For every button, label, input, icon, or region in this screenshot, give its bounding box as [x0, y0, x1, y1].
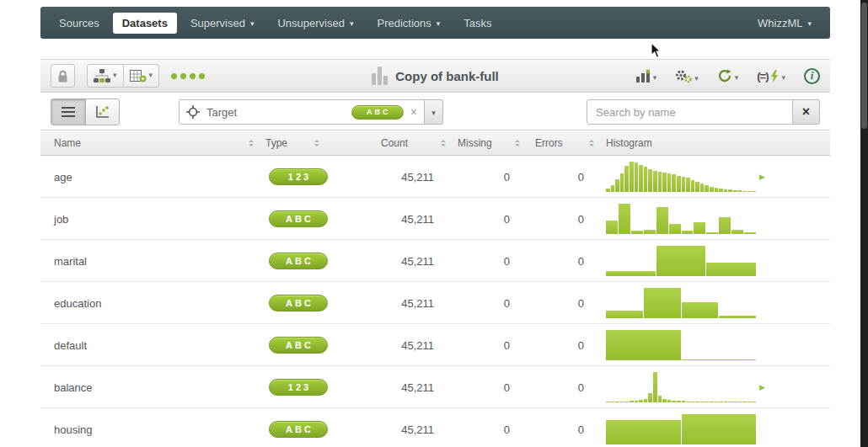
dataset-config-dropdown[interactable]: ▾ — [124, 64, 160, 88]
field-errors: 0 — [532, 255, 606, 268]
histogram-cell[interactable] — [606, 198, 830, 240]
scrollbar[interactable] — [860, 0, 868, 447]
gears-icon — [675, 69, 692, 83]
histogram-bar — [728, 189, 732, 192]
histogram — [606, 246, 756, 276]
nav-predictions[interactable]: Predictions▾ — [367, 12, 451, 35]
table-row[interactable]: education ABC 45,211 0 0 — [40, 282, 830, 324]
scatterplot-view-button[interactable] — [85, 99, 119, 125]
sort-icon[interactable] — [249, 137, 254, 149]
target-dropdown-button[interactable]: ▾ — [425, 99, 443, 125]
clear-search-button[interactable]: × — [793, 99, 820, 125]
clear-target-icon[interactable]: × — [410, 106, 417, 118]
histogram-bar — [644, 230, 656, 234]
list-view-button[interactable] — [51, 99, 85, 125]
histogram-cell[interactable] — [606, 324, 830, 366]
nav-unsupervised[interactable]: Unsupervised▾ — [267, 12, 363, 35]
column-label: Type — [265, 137, 287, 149]
field-errors: 0 — [532, 213, 606, 226]
column-header-count[interactable]: Count — [331, 130, 458, 155]
column-label: Count — [381, 137, 408, 149]
histogram-bar — [615, 179, 619, 192]
status-dots-indicator — [171, 73, 205, 79]
nav-tasks[interactable]: Tasks — [453, 12, 501, 35]
histogram-bar — [615, 402, 619, 402]
histogram-bar — [691, 180, 695, 192]
table-row[interactable]: job ABC 45,211 0 0 — [40, 198, 830, 240]
histogram-bar — [719, 217, 731, 234]
field-count: 45,211 — [331, 423, 458, 436]
histogram-bar — [644, 288, 681, 318]
refresh-dropdown[interactable]: ▾ — [717, 69, 739, 82]
table-row[interactable]: default ABC 45,211 0 0 — [40, 324, 830, 366]
lightning-bolt-icon — [770, 70, 779, 82]
histogram-bar — [619, 204, 630, 234]
app-container: Sources Datasets Supervised▾ Unsupervise… — [40, 7, 830, 447]
histogram-expand-arrow-icon[interactable]: ▶ — [759, 173, 765, 181]
search-input[interactable] — [587, 99, 793, 125]
field-errors: 0 — [532, 171, 606, 184]
histogram-bar — [682, 359, 757, 360]
histogram-bar — [630, 162, 634, 192]
table-header: Name Type Count Missing Errors Histogram — [40, 130, 830, 156]
histogram-cell[interactable] — [606, 408, 830, 447]
table-row[interactable]: age 123 45,211 0 0 ▶ — [40, 156, 830, 198]
visualizations-dropdown[interactable]: ▾ — [635, 69, 657, 82]
histogram-cell[interactable] — [606, 282, 830, 324]
histogram-cell[interactable]: ▶ — [606, 366, 830, 408]
histogram-bar — [672, 401, 676, 402]
sort-icon[interactable] — [441, 137, 446, 149]
histogram-cell[interactable] — [606, 240, 830, 282]
table-row[interactable]: balance 123 45,211 0 0 ▶ — [40, 366, 830, 408]
histogram-bar — [606, 189, 610, 192]
histogram-bar — [706, 263, 756, 276]
column-header-errors[interactable]: Errors — [532, 130, 606, 155]
column-header-type[interactable]: Type — [265, 130, 331, 155]
field-type-cell: ABC — [265, 295, 331, 311]
field-missing: 0 — [458, 339, 532, 352]
histogram-bar — [705, 402, 709, 402]
chevron-down-icon: ▾ — [735, 74, 739, 82]
scripts-dropdown[interactable]: (=) ▾ — [757, 70, 785, 82]
equals-icon: (=) — [757, 70, 768, 82]
histogram-bar — [724, 402, 728, 402]
field-missing: 0 — [458, 255, 532, 268]
histogram-bar — [742, 191, 747, 192]
histogram-bar — [691, 402, 695, 402]
histogram-bar — [706, 232, 718, 234]
privacy-lock-button[interactable] — [51, 64, 75, 88]
type-badge: ABC — [269, 253, 328, 269]
histogram-bar — [682, 401, 686, 402]
field-missing: 0 — [458, 297, 532, 310]
table-row[interactable]: housing ABC 45,211 0 0 — [40, 408, 830, 447]
info-button[interactable]: i — [804, 68, 820, 84]
list-icon — [62, 107, 75, 117]
scrollbar-thumb[interactable] — [861, 3, 867, 129]
field-count: 45,211 — [331, 171, 458, 184]
nav-datasets[interactable]: Datasets — [113, 13, 177, 34]
histogram-bar — [705, 185, 709, 192]
configure-dropdown[interactable]: ▾ — [675, 69, 699, 83]
sort-icon[interactable] — [589, 137, 594, 149]
histogram-bar — [744, 232, 756, 234]
sort-icon[interactable] — [314, 137, 319, 149]
column-header-missing[interactable]: Missing — [458, 130, 532, 155]
histogram-bar — [677, 401, 681, 402]
field-count: 45,211 — [331, 381, 458, 394]
one-click-actions-dropdown[interactable]: ▾ — [87, 64, 124, 88]
histogram-bar — [662, 173, 667, 192]
table-row[interactable]: marital ABC 45,211 0 0 — [40, 240, 830, 282]
sort-icon[interactable] — [515, 137, 520, 149]
target-field-box[interactable]: Target ABC × — [179, 99, 425, 125]
navbar: Sources Datasets Supervised▾ Unsupervise… — [40, 7, 830, 39]
histogram-cell[interactable]: ▶ — [606, 156, 830, 198]
chevron-down-icon: ▾ — [250, 20, 255, 28]
nav-sources[interactable]: Sources — [49, 12, 110, 35]
filter-bar: Target ABC × ▾ × — [40, 98, 830, 126]
nav-whizzml[interactable]: WhizzML▾ — [747, 12, 822, 35]
nav-supervised[interactable]: Supervised▾ — [180, 12, 265, 35]
field-count: 45,211 — [331, 339, 458, 352]
histogram-expand-arrow-icon[interactable]: ▶ — [759, 383, 765, 391]
column-header-name[interactable]: Name — [40, 130, 265, 155]
histogram-bar — [653, 372, 657, 402]
